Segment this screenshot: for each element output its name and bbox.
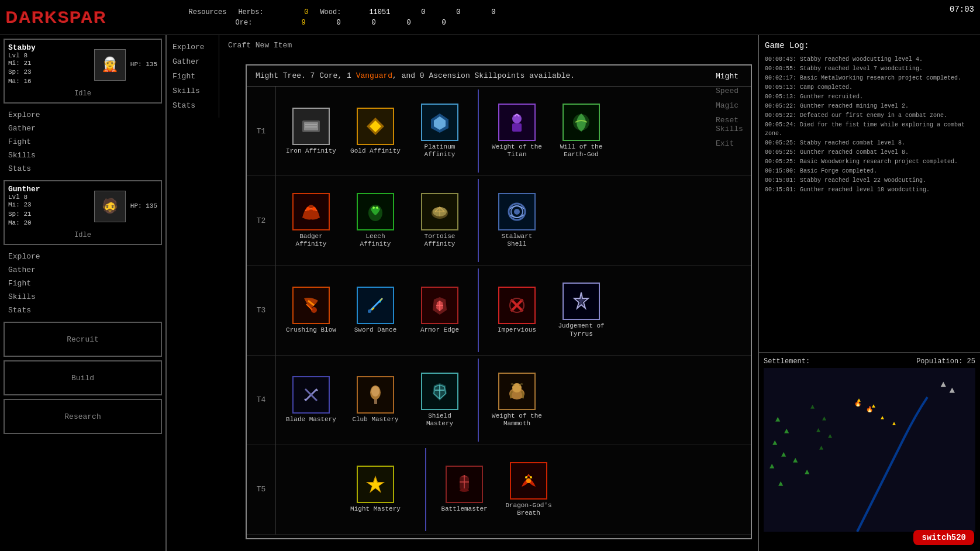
skill-gold-affinity[interactable]: Gold Affinity: [346, 105, 405, 157]
log-entry: 00:05:22: Defeated our first enemy in a …: [765, 111, 974, 120]
log-entry: 00:05:25: Gunther reached combat level 8…: [765, 148, 974, 157]
skill-tree-header: Might Tree. 7 Core, 1 Vanguard, and 0 As…: [247, 66, 751, 87]
skill-iron-affinity[interactable]: Iron Affinity: [282, 105, 340, 157]
nav-explore-1[interactable]: Explore: [4, 108, 162, 122]
char-stats-stabby: Mi: 21 Sp: 23 Ma: 16: [8, 59, 89, 86]
might-tabs: Might Speed Magic Reset Skills Exit: [711, 64, 755, 156]
tier-labels: T1 T2 T3 T4 T5: [247, 87, 276, 535]
skill-judgement-tyrrus-label: Judgement of Tyrrus: [554, 322, 608, 338]
svg-point-30: [368, 309, 371, 313]
char-hp-stabby: HP: 135: [130, 60, 157, 69]
switch-badge: switch520: [913, 530, 974, 545]
ore-value: 9: [282, 19, 306, 27]
map-river: [764, 368, 975, 532]
skill-shield-mastery[interactable]: Shield Mastery: [410, 370, 469, 430]
nav-section-2: Explore Gather Fight Skills Stats: [4, 250, 162, 317]
nav-explore-2[interactable]: Explore: [4, 250, 162, 263]
tier5-divider: [425, 448, 426, 531]
vanguard-link[interactable]: Vanguard: [356, 71, 392, 80]
nav-skills-2[interactable]: Skills: [4, 290, 162, 304]
nav-fight-2[interactable]: Fight: [4, 277, 162, 290]
skill-dragon-god-breath-label: Dragon-God's Breath: [502, 502, 555, 517]
skill-crushing-blow[interactable]: Crushing Blow: [282, 284, 340, 336]
char-hp-gunther: HP: 135: [130, 202, 157, 211]
nav-fight-1[interactable]: Fight: [4, 135, 162, 149]
nav-section-1: Explore Gather Fight Skills Stats: [4, 108, 162, 175]
skill-badger-affinity-label: Badger Affinity: [284, 233, 338, 248]
skill-tortoise-affinity[interactable]: Tortoise Affinity: [410, 191, 469, 250]
skill-judgement-tyrrus[interactable]: Judgement of Tyrrus: [552, 280, 610, 340]
skill-dragon-god-breath[interactable]: Dragon-God's Breath: [499, 460, 558, 519]
skill-weight-mammoth[interactable]: Weight of the Mammoth: [488, 370, 546, 430]
tier-2-label: T2: [247, 176, 275, 266]
skill-battlemaster-label: Battlemaster: [441, 505, 487, 513]
wood-value: 11051: [367, 8, 390, 16]
side-nav-skills[interactable]: Skills: [170, 85, 216, 97]
research-button[interactable]: Research: [4, 399, 162, 434]
skill-sword-dance[interactable]: Sword Dance: [346, 284, 405, 336]
tier-1-row: Iron Affinity Gold Affinity: [276, 87, 751, 176]
skill-club-mastery[interactable]: Club Mastery: [346, 374, 405, 426]
might-tab-might[interactable]: Might: [714, 70, 752, 82]
skill-platinum-affinity[interactable]: Platinum Affinity: [410, 101, 469, 161]
skill-weight-titan[interactable]: Weight of the Titan: [488, 101, 546, 161]
craft-new-item-link[interactable]: Craft New Item: [228, 41, 292, 50]
recruit-button[interactable]: Recruit: [4, 322, 162, 357]
skill-tree: Might Tree. 7 Core, 1 Vanguard, and 0 As…: [246, 64, 752, 539]
log-entries: 00:00:43: Stabby reached woodcutting lev…: [765, 55, 974, 194]
svg-point-24: [514, 209, 520, 215]
nav-skills-1[interactable]: Skills: [4, 149, 162, 162]
skill-gold-affinity-label: Gold Affinity: [350, 147, 401, 155]
side-nav-stats[interactable]: Stats: [170, 99, 216, 112]
log-entry: 00:15:01: Stabby reached level 22 woodcu…: [765, 176, 974, 185]
skill-blade-mastery[interactable]: Blade Mastery: [282, 374, 340, 426]
might-tab-exit[interactable]: Exit: [714, 137, 752, 150]
skill-leech-affinity[interactable]: Leech Affinity: [346, 191, 405, 250]
skill-battlemaster[interactable]: Battlemaster: [435, 463, 494, 515]
skill-impervious[interactable]: Impervious: [488, 284, 546, 336]
log-entry: 00:02:17: Basic Metalworking research pr…: [765, 74, 974, 82]
skill-will-earth-god[interactable]: Will of the Earth-God: [552, 101, 610, 161]
tier3-divider: [478, 268, 479, 352]
map-tree-3: ▲: [772, 438, 777, 447]
logo: DARKSPAR: [6, 8, 107, 27]
map-marker-2: ▲: [872, 403, 875, 409]
skill-armor-edge[interactable]: Armor Edge: [410, 284, 469, 336]
side-nav-fight[interactable]: Fight: [170, 70, 216, 82]
tier-2-row: Badger Affinity Leech Affinity: [276, 176, 751, 266]
skill-blade-mastery-label: Blade Mastery: [286, 416, 336, 423]
nav-stats-2[interactable]: Stats: [4, 304, 162, 317]
svg-point-17: [376, 206, 378, 209]
might-tab-magic[interactable]: Magic: [714, 99, 752, 112]
might-tab-reset[interactable]: Reset Skills: [714, 114, 752, 135]
build-button[interactable]: Build: [4, 360, 162, 395]
nav-stats-1[interactable]: Stats: [4, 162, 162, 175]
tier-1-label: T1: [247, 87, 275, 176]
tier-3-row: Crushing Blow Sword Dance: [276, 266, 751, 355]
might-tab-speed[interactable]: Speed: [714, 85, 752, 97]
ore-col3: 0: [353, 19, 376, 27]
side-nav-gather[interactable]: Gather: [170, 56, 216, 68]
svg-point-25: [311, 307, 317, 313]
map-tree-6: ▲: [793, 456, 798, 465]
char-status-gunther: Idle: [8, 230, 157, 240]
skill-stalwart-shell[interactable]: Stalwart Shell: [488, 191, 546, 250]
nav-gather-2[interactable]: Gather: [4, 263, 162, 277]
wood-label: Wood:: [320, 8, 355, 16]
skill-might-mastery[interactable]: Might Mastery: [346, 463, 405, 515]
svg-point-14: [312, 207, 316, 211]
log-entry: 00:05:13: Camp completed.: [765, 83, 974, 92]
ore-col5: 0: [423, 19, 446, 27]
tier-3-label: T3: [247, 266, 275, 355]
side-nav-explore[interactable]: Explore: [170, 41, 216, 53]
skill-grid: Iron Affinity Gold Affinity: [276, 87, 751, 535]
ore-label: Ore:: [236, 19, 271, 27]
skill-badger-affinity[interactable]: Badger Affinity: [282, 191, 340, 250]
map-tree-11: ▲: [816, 426, 820, 435]
nav-gather-1[interactable]: Gather: [4, 122, 162, 135]
skill-weight-titan-label: Weight of the Titan: [490, 143, 544, 159]
char-avatar-gunther: 🧔: [94, 191, 126, 222]
settlement-panel: Settlement: Population: 25 ▲ ▲ ▲ ▲ ▲ ▲ ▲…: [759, 352, 980, 551]
tier4-divider: [478, 359, 479, 442]
tier2-divider: [478, 179, 479, 262]
